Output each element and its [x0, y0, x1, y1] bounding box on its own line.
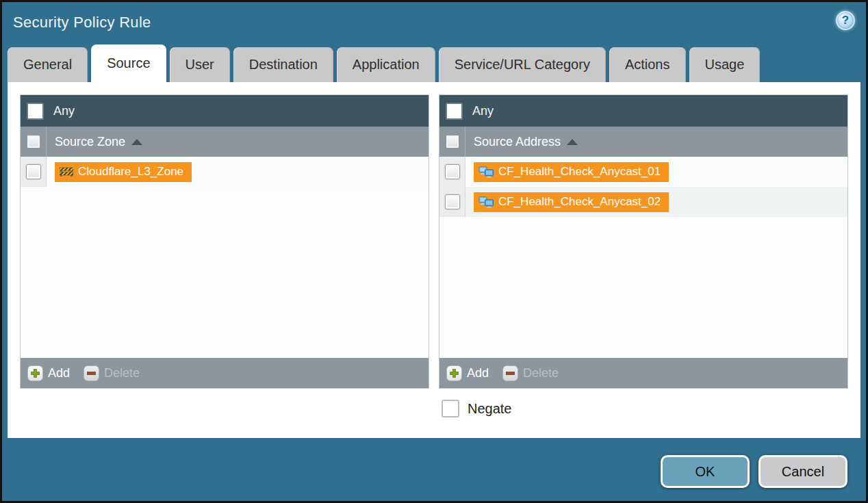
tab-destination[interactable]: Destination	[233, 47, 333, 82]
source-address-any-checkbox[interactable]	[446, 103, 463, 120]
tab-user[interactable]: User	[170, 47, 230, 82]
tab-source[interactable]: Source	[91, 44, 166, 82]
address-chip[interactable]: CF_Health_Check_Anycast_01	[474, 162, 669, 182]
address-chip[interactable]: CF_Health_Check_Anycast_02	[474, 192, 669, 212]
row-checkbox[interactable]	[26, 164, 41, 179]
security-policy-rule-dialog: Security Policy Rule ? General Source Us…	[0, 0, 868, 503]
source-address-footer: Add Delete	[439, 358, 847, 388]
source-address-select-all-checkbox[interactable]	[446, 135, 459, 149]
add-button[interactable]: Add	[446, 365, 489, 381]
source-zone-column-title[interactable]: Source Zone	[55, 135, 142, 149]
tab-usage[interactable]: Usage	[689, 47, 761, 82]
dialog-footer: OK Cancel	[2, 438, 866, 488]
delete-button[interactable]: Delete	[84, 365, 140, 381]
source-address-list: CF_Health_Check_Anycast_01	[439, 157, 847, 358]
delete-button-label: Delete	[523, 366, 559, 381]
delete-button-label: Delete	[104, 366, 140, 381]
ok-button[interactable]: OK	[661, 455, 750, 488]
source-address-any-label: Any	[472, 104, 494, 118]
help-icon[interactable]: ?	[836, 11, 855, 30]
title-bar: Security Policy Rule ?	[2, 2, 866, 43]
source-zone-column-header: Source Zone	[21, 127, 429, 157]
table-row[interactable]: Cloudflare_L3_Zone	[21, 157, 429, 187]
add-button-label: Add	[467, 366, 489, 381]
delete-icon	[84, 365, 99, 381]
tab-bar: General Source User Destination Applicat…	[2, 43, 866, 82]
source-address-column-header: Source Address	[439, 127, 847, 157]
address-icon	[478, 166, 494, 178]
tab-service-url-category[interactable]: Service/URL Category	[439, 47, 606, 82]
source-zone-list: Cloudflare_L3_Zone	[21, 157, 429, 358]
delete-icon	[502, 365, 518, 381]
source-zone-any-bar: Any	[21, 95, 429, 127]
cancel-button[interactable]: Cancel	[758, 455, 847, 488]
add-button[interactable]: Add	[27, 365, 70, 381]
delete-button[interactable]: Delete	[502, 365, 559, 381]
source-zone-panel: Any Source Zone	[20, 94, 429, 389]
negate-row: Negate	[8, 389, 860, 417]
tab-actions[interactable]: Actions	[609, 47, 686, 82]
add-button-label: Add	[48, 366, 70, 381]
sort-asc-icon	[131, 139, 142, 145]
address-chip-label: CF_Health_Check_Anycast_02	[498, 195, 661, 209]
zone-icon	[60, 167, 73, 177]
sort-asc-icon	[567, 139, 578, 145]
address-icon	[478, 196, 494, 208]
table-row[interactable]: CF_Health_Check_Anycast_01	[439, 157, 847, 187]
source-zone-any-label: Any	[53, 104, 75, 118]
zone-chip[interactable]: Cloudflare_L3_Zone	[55, 162, 192, 182]
tab-general[interactable]: General	[8, 47, 88, 82]
source-address-any-bar: Any	[439, 95, 847, 127]
negate-label: Negate	[468, 401, 512, 417]
source-zone-footer: Add Delete	[21, 358, 429, 388]
source-address-panel: Any Source Address	[439, 94, 848, 389]
row-checkbox[interactable]	[445, 194, 460, 209]
tab-application[interactable]: Application	[337, 47, 435, 82]
source-zone-any-checkbox[interactable]	[27, 103, 44, 120]
row-checkbox[interactable]	[445, 164, 460, 179]
negate-checkbox[interactable]	[442, 400, 459, 417]
table-row[interactable]: CF_Health_Check_Anycast_02	[439, 187, 847, 217]
address-chip-label: CF_Health_Check_Anycast_01	[498, 165, 661, 179]
dialog-title: Security Policy Rule	[13, 14, 151, 31]
zone-chip-label: Cloudflare_L3_Zone	[78, 165, 183, 179]
source-address-column-title[interactable]: Source Address	[474, 135, 578, 149]
add-icon	[27, 365, 43, 381]
source-zone-select-all-checkbox[interactable]	[27, 135, 40, 149]
add-icon	[446, 365, 462, 381]
source-tab-content: Any Source Zone	[8, 82, 860, 438]
